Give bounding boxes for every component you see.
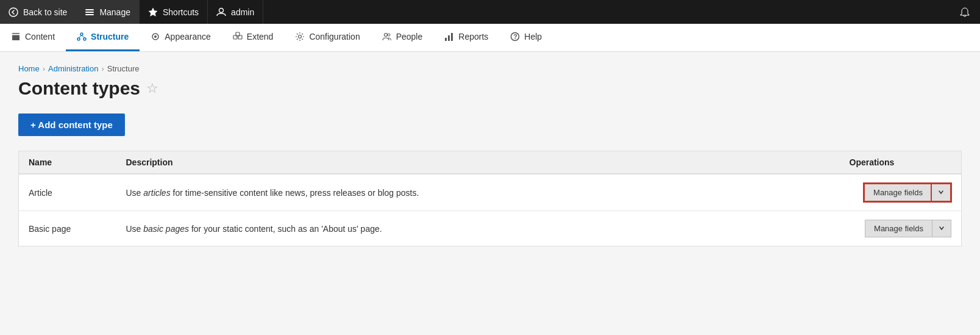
svg-rect-23 (451, 33, 453, 41)
row-basicpage-description: Use basic pages for your static content,… (116, 211, 840, 247)
breadcrumb-home[interactable]: Home (18, 64, 40, 73)
nav-appearance-label: Appearance (165, 32, 211, 41)
basicpage-ops-dropdown-button[interactable] (932, 220, 951, 237)
page-title-row: Content types ☆ (18, 78, 962, 99)
page-title: Content types (18, 78, 140, 99)
row-article-name: Article (19, 174, 116, 211)
article-ops-group: Manage fields (850, 183, 952, 202)
shortcuts-label: Shortcuts (163, 7, 199, 17)
svg-rect-3 (85, 14, 94, 15)
svg-rect-6 (12, 33, 20, 34)
add-content-type-button[interactable]: + Add content type (18, 113, 125, 136)
basicpage-ops-group: Manage fields (850, 220, 952, 237)
back-to-site-button[interactable]: Back to site (0, 0, 76, 24)
article-ops-dropdown-button[interactable] (931, 183, 951, 202)
svg-rect-1 (85, 9, 94, 10)
svg-point-20 (388, 34, 390, 36)
nav-people[interactable]: People (371, 24, 434, 51)
row-basicpage-name: Basic page (19, 211, 116, 247)
col-header-description: Description (116, 151, 840, 175)
svg-point-19 (384, 34, 387, 37)
nav-reports-label: Reports (458, 32, 488, 41)
back-to-site-label: Back to site (23, 7, 67, 17)
nav-reports[interactable]: Reports (433, 24, 499, 51)
svg-point-8 (80, 33, 83, 35)
content-types-table: Name Description Operations Article Use … (18, 151, 962, 247)
breadcrumb-sep-2: › (101, 64, 104, 73)
article-manage-fields-button[interactable]: Manage fields (864, 183, 931, 202)
nav-structure-label: Structure (91, 32, 129, 41)
breadcrumb: Home › Administration › Structure (18, 64, 962, 73)
svg-rect-21 (445, 38, 447, 41)
breadcrumb-sep-1: › (43, 64, 45, 73)
svg-rect-22 (448, 35, 450, 41)
nav-extend[interactable]: Extend (222, 24, 285, 51)
bookmark-star-icon[interactable]: ☆ (146, 81, 158, 96)
nav-appearance[interactable]: Appearance (140, 24, 222, 51)
secondary-nav: Content Structure Appearance Extend (0, 24, 980, 52)
breadcrumb-current: Structure (107, 64, 140, 73)
admin-user-button[interactable]: admin (208, 0, 263, 24)
table-row: Article Use articles for time-sensitive … (19, 174, 962, 211)
svg-point-5 (219, 8, 224, 12)
svg-rect-7 (12, 35, 20, 41)
svg-point-14 (154, 35, 157, 38)
svg-point-9 (77, 38, 80, 40)
svg-point-10 (83, 38, 86, 40)
shortcuts-button[interactable]: Shortcuts (140, 0, 208, 24)
main-content: Home › Administration › Structure Conten… (0, 52, 980, 335)
svg-line-11 (79, 35, 82, 38)
table-row: Basic page Use basic pages for your stat… (19, 211, 962, 247)
col-header-operations: Operations (840, 151, 962, 175)
svg-marker-4 (149, 8, 157, 16)
col-header-name: Name (19, 151, 116, 175)
admin-user-label: admin (231, 7, 254, 17)
table-header-row: Name Description Operations (19, 151, 962, 175)
nav-structure[interactable]: Structure (66, 24, 140, 51)
nav-configuration-label: Configuration (309, 32, 360, 41)
notification-bell-button[interactable] (950, 0, 980, 24)
nav-configuration[interactable]: Configuration (284, 24, 371, 51)
nav-extend-label: Extend (247, 32, 274, 41)
manage-label: Manage (99, 7, 130, 17)
svg-line-12 (82, 35, 85, 38)
svg-rect-2 (85, 12, 94, 13)
manage-button[interactable]: Manage (76, 0, 140, 24)
nav-help[interactable]: ? Help (499, 24, 553, 51)
nav-content[interactable]: Content (0, 24, 66, 51)
svg-point-18 (299, 35, 302, 38)
nav-help-label: Help (524, 32, 542, 41)
breadcrumb-administration[interactable]: Administration (48, 64, 98, 73)
admin-bar: Back to site Manage Shortcuts admin (0, 0, 980, 24)
row-article-description: Use articles for time-sensitive content … (116, 174, 840, 211)
svg-point-0 (9, 8, 18, 16)
nav-people-label: People (396, 32, 423, 41)
basicpage-manage-fields-button[interactable]: Manage fields (865, 220, 932, 237)
svg-text:?: ? (514, 34, 517, 40)
row-basicpage-operations: Manage fields (840, 211, 962, 247)
row-article-operations: Manage fields (840, 174, 962, 211)
nav-content-label: Content (25, 32, 55, 41)
